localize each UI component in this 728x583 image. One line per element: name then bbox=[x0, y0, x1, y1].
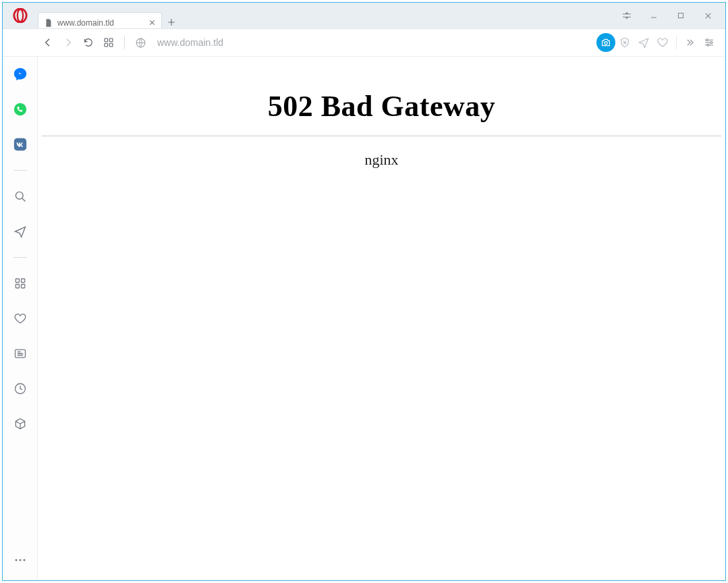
nav-separator bbox=[676, 36, 677, 49]
grid-icon bbox=[103, 37, 114, 48]
sidebar-whatsapp[interactable] bbox=[11, 100, 30, 119]
send-to-flow-button[interactable] bbox=[634, 33, 653, 52]
sidebar-messenger[interactable] bbox=[11, 65, 30, 84]
svg-point-10 bbox=[710, 42, 712, 44]
whatsapp-icon bbox=[13, 102, 28, 117]
extensions-overflow-button[interactable] bbox=[681, 33, 700, 52]
sidebar-news[interactable] bbox=[11, 344, 30, 363]
svg-rect-17 bbox=[16, 285, 19, 288]
svg-point-8 bbox=[605, 42, 607, 45]
sidebar-extensions[interactable] bbox=[11, 414, 30, 433]
server-name: nginx bbox=[42, 151, 721, 169]
sidebar-separator bbox=[13, 170, 27, 171]
maximize-icon bbox=[677, 11, 685, 20]
window-controls bbox=[640, 3, 725, 28]
reload-button[interactable] bbox=[78, 29, 99, 56]
vk-icon bbox=[13, 137, 28, 152]
svg-point-14 bbox=[16, 192, 23, 199]
snapshot-button[interactable] bbox=[596, 33, 615, 52]
svg-rect-3 bbox=[105, 38, 108, 42]
sidebar-vk[interactable] bbox=[11, 135, 30, 154]
adblock-button[interactable] bbox=[615, 33, 634, 52]
sidebar-separator bbox=[13, 257, 27, 258]
chevron-right-icon bbox=[63, 37, 74, 48]
dots-icon bbox=[14, 558, 26, 562]
sidebar-speed-dial[interactable] bbox=[11, 274, 30, 293]
browser-window: www.domain.tld bbox=[2, 2, 726, 581]
nav-separator bbox=[124, 36, 125, 49]
svg-rect-16 bbox=[21, 279, 24, 282]
svg-rect-2 bbox=[679, 13, 683, 18]
close-icon bbox=[704, 11, 712, 20]
heart-icon bbox=[656, 36, 669, 49]
svg-rect-5 bbox=[105, 43, 108, 47]
cube-icon bbox=[13, 417, 27, 431]
error-heading: 502 Bad Gateway bbox=[42, 89, 721, 123]
svg-point-1 bbox=[18, 9, 23, 22]
window-close-button[interactable] bbox=[694, 3, 721, 28]
sidebar bbox=[3, 57, 38, 580]
grid-icon bbox=[14, 277, 26, 289]
bookmark-button[interactable] bbox=[653, 33, 672, 52]
page-icon bbox=[44, 18, 53, 28]
svg-rect-15 bbox=[16, 279, 19, 282]
clock-icon bbox=[13, 382, 27, 395]
search-icon bbox=[13, 190, 27, 203]
navigation-bar bbox=[3, 28, 725, 57]
sidebar-history[interactable] bbox=[11, 379, 30, 398]
globe-icon bbox=[135, 37, 146, 49]
svg-point-11 bbox=[707, 44, 709, 46]
sidebar-flow[interactable] bbox=[11, 222, 30, 241]
opera-logo-icon bbox=[13, 8, 28, 23]
plus-icon bbox=[167, 18, 176, 27]
sidebar-more-button[interactable] bbox=[11, 551, 30, 570]
address-bar[interactable] bbox=[150, 36, 596, 49]
maximize-button[interactable] bbox=[667, 3, 694, 28]
sliders-icon bbox=[703, 36, 715, 49]
send-icon bbox=[638, 36, 650, 49]
chevron-left-icon bbox=[43, 37, 53, 48]
svg-point-12 bbox=[13, 103, 26, 115]
page-divider bbox=[42, 136, 721, 136]
settings-sliders-button[interactable] bbox=[700, 33, 719, 52]
camera-icon bbox=[600, 37, 611, 48]
svg-point-22 bbox=[19, 559, 21, 561]
news-icon bbox=[13, 347, 27, 360]
minimize-icon bbox=[650, 11, 658, 20]
sidebar-bookmarks[interactable] bbox=[11, 309, 30, 328]
easy-setup-button[interactable] bbox=[613, 3, 640, 28]
back-button[interactable] bbox=[38, 29, 58, 56]
messenger-icon bbox=[13, 67, 28, 82]
site-info-button[interactable] bbox=[130, 29, 150, 56]
svg-point-21 bbox=[15, 559, 17, 561]
svg-rect-18 bbox=[21, 285, 24, 288]
tab-title: www.domain.tld bbox=[57, 18, 144, 28]
forward-button[interactable] bbox=[58, 29, 78, 56]
minimize-button[interactable] bbox=[640, 3, 667, 28]
address-input[interactable] bbox=[156, 36, 596, 49]
svg-point-0 bbox=[14, 9, 26, 22]
chevron-double-right-icon bbox=[685, 38, 695, 47]
svg-point-9 bbox=[706, 39, 708, 41]
heart-icon bbox=[13, 312, 27, 325]
speed-dial-button[interactable] bbox=[99, 29, 119, 56]
titlebar: www.domain.tld bbox=[3, 3, 725, 28]
close-icon bbox=[148, 19, 156, 26]
shield-icon bbox=[619, 36, 631, 49]
opera-menu-button[interactable] bbox=[3, 3, 38, 28]
send-icon bbox=[13, 225, 27, 238]
sidebar-search[interactable] bbox=[11, 187, 30, 206]
svg-point-23 bbox=[23, 559, 25, 561]
easy-setup-icon bbox=[621, 9, 633, 22]
svg-rect-6 bbox=[109, 43, 113, 47]
reload-icon bbox=[83, 37, 94, 48]
svg-rect-4 bbox=[109, 38, 113, 42]
page-viewport: 502 Bad Gateway nginx bbox=[38, 57, 725, 580]
tab-close-button[interactable] bbox=[148, 19, 156, 26]
